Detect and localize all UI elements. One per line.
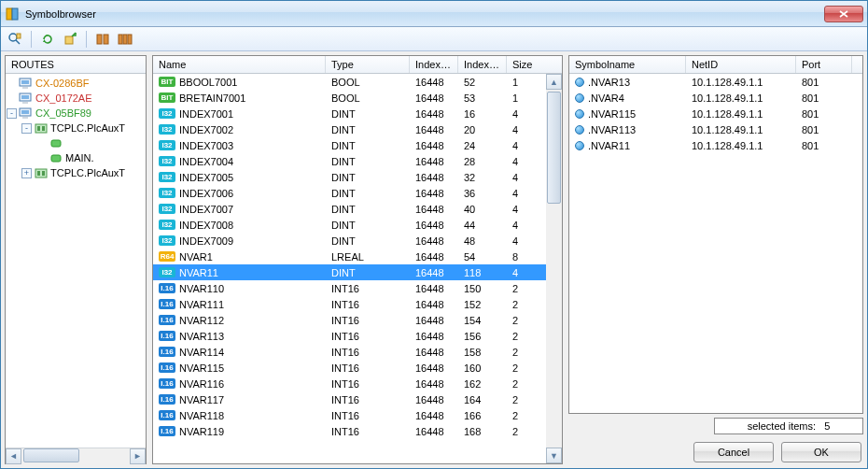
symbol-size: 4 <box>507 267 540 278</box>
table-row[interactable]: I.16NVAR119INT16164481682 <box>153 423 546 439</box>
table-row[interactable]: I32INDEX7001DINT16448164 <box>153 106 546 121</box>
table-row[interactable]: I32INDEX7004DINT16448284 <box>153 153 546 169</box>
symbol-size: 2 <box>507 426 540 437</box>
cancel-button[interactable]: Cancel <box>693 442 774 462</box>
table-row[interactable]: I.16NVAR112INT16164481542 <box>153 312 546 328</box>
symbol-index1: 16448 <box>410 347 458 358</box>
tree-item[interactable]: -CX_05BF89 <box>7 106 145 121</box>
table-row[interactable]: I32NVAR11DINT164481184 <box>153 264 546 280</box>
symbol-index1: 16448 <box>410 108 458 120</box>
symbol-index1: 16448 <box>410 315 458 326</box>
selected-row[interactable]: .NVAR11510.1.128.49.1.1801 <box>569 106 862 121</box>
scroll-up-icon[interactable]: ▲ <box>546 74 562 90</box>
symbol-name: BBOOL7001 <box>179 77 237 88</box>
col-index2[interactable]: Index-... <box>458 56 507 73</box>
toolbar-export-icon[interactable] <box>60 29 80 50</box>
table-row[interactable]: I32INDEX7006DINT16448364 <box>153 185 546 201</box>
grid-header: Name Type Index-... Index-... Size <box>153 56 562 74</box>
symbol-type: INT16 <box>326 299 410 310</box>
svg-rect-18 <box>22 102 28 104</box>
tree-item[interactable]: -TCPLC.PlcAuxT <box>7 121 145 135</box>
selected-rows[interactable]: .NVAR1310.1.128.49.1.1801.NVAR410.1.128.… <box>569 74 862 413</box>
table-row[interactable]: I.16NVAR113INT16164481562 <box>153 328 546 344</box>
symbol-type: INT16 <box>326 378 410 390</box>
svg-rect-27 <box>35 169 47 178</box>
routes-panel: ROUTES CX-0286BFCX_0172AE-CX_05BF89-TCPL… <box>5 55 147 464</box>
type-chip-icon: I32 <box>159 204 175 214</box>
symbol-type: DINT <box>326 220 410 231</box>
col-size[interactable]: Size <box>507 56 540 73</box>
symbol-index2: 32 <box>458 172 507 183</box>
table-row[interactable]: I32INDEX7007DINT16448404 <box>153 201 546 217</box>
selected-row[interactable]: .NVAR11310.1.128.49.1.1801 <box>569 121 862 137</box>
type-chip-icon: BIT <box>159 92 175 103</box>
svg-rect-29 <box>42 171 45 176</box>
col-port[interactable]: Port <box>796 56 852 73</box>
symbol-name: NVAR1 <box>179 251 213 263</box>
selected-row[interactable]: .NVAR1310.1.128.49.1.1801 <box>569 74 862 90</box>
table-row[interactable]: BITBBOOL7001BOOL16448521 <box>153 74 546 90</box>
scroll-right-icon[interactable]: ► <box>130 448 146 464</box>
table-row[interactable]: I32INDEX7003DINT16448244 <box>153 137 546 153</box>
symbol-index1: 16448 <box>410 124 458 135</box>
ok-button[interactable]: OK <box>781 442 861 462</box>
table-row[interactable]: I.16NVAR111INT16164481522 <box>153 296 546 312</box>
col-type[interactable]: Type <box>326 56 410 73</box>
col-netid[interactable]: NetID <box>686 56 796 73</box>
col-name[interactable]: Name <box>153 56 326 73</box>
symbol-type: INT16 <box>326 410 410 421</box>
scroll-left-icon[interactable]: ◄ <box>6 448 21 464</box>
selected-row[interactable]: .NVAR1110.1.128.49.1.1801 <box>569 137 862 153</box>
expand-icon[interactable]: + <box>21 168 32 178</box>
tree-item[interactable]: MAIN. <box>7 150 145 165</box>
table-row[interactable]: I.16NVAR115INT16164481602 <box>153 360 546 376</box>
svg-rect-23 <box>37 126 40 131</box>
svg-rect-11 <box>123 35 127 44</box>
col-index1[interactable]: Index-... <box>410 56 458 73</box>
toolbar-connect-icon[interactable] <box>92 29 113 50</box>
table-row[interactable]: I32INDEX7009DINT16448484 <box>153 233 546 249</box>
type-chip-icon: I32 <box>159 220 175 230</box>
symbol-name: INDEX7006 <box>179 188 233 199</box>
table-row[interactable]: I.16NVAR118INT16164481662 <box>153 407 546 423</box>
table-row[interactable]: R64NVAR1LREAL16448548 <box>153 249 546 264</box>
selected-netid: 10.1.128.49.1.1 <box>686 77 796 88</box>
tree-hscrollbar[interactable]: ◄ ► <box>6 448 146 463</box>
table-row[interactable]: I32INDEX7005DINT16448324 <box>153 169 546 185</box>
symbol-index2: 162 <box>458 378 507 390</box>
table-row[interactable]: I32INDEX7002DINT16448204 <box>153 121 546 137</box>
table-row[interactable]: I32INDEX7008DINT16448444 <box>153 217 546 233</box>
symbol-type: INT16 <box>326 331 410 342</box>
col-symbolname[interactable]: Symbolname <box>569 56 686 73</box>
symbol-index2: 168 <box>458 426 507 437</box>
tree-item[interactable]: CX_0172AE <box>7 91 145 106</box>
grid-vscrollbar[interactable]: ▲ ▼ <box>546 74 562 463</box>
table-row[interactable]: BITBRETAIN7001BOOL16448531 <box>153 90 546 106</box>
selected-row[interactable]: .NVAR410.1.128.49.1.1801 <box>569 90 862 106</box>
tree-item[interactable] <box>7 135 145 150</box>
collapse-icon[interactable]: - <box>7 108 17 119</box>
tree-item-label: CX-0286BF <box>35 78 89 89</box>
type-chip-icon: I32 <box>159 188 175 198</box>
symbol-type: INT16 <box>326 315 410 326</box>
toolbar-connect-multi-icon[interactable] <box>115 29 135 50</box>
symbol-name: NVAR116 <box>179 378 224 390</box>
tree-item[interactable]: +TCPLC.PlcAuxT <box>7 165 145 180</box>
table-row[interactable]: I.16NVAR116INT16164481622 <box>153 376 546 391</box>
symbols-grid: Name Type Index-... Index-... Size BITBB… <box>152 55 563 464</box>
toolbar-refresh-icon[interactable] <box>37 29 58 50</box>
close-button[interactable] <box>824 6 863 22</box>
body: ROUTES CX-0286BFCX_0172AE-CX_05BF89-TCPL… <box>1 51 867 468</box>
toolbar-find-icon[interactable] <box>5 29 25 50</box>
symbol-name: NVAR111 <box>179 299 224 310</box>
selected-panel: Symbolname NetID Port .NVAR1310.1.128.49… <box>568 55 863 414</box>
symbol-name: BRETAIN7001 <box>179 92 245 104</box>
collapse-icon[interactable]: - <box>21 123 32 134</box>
tree-item[interactable]: CX-0286BF <box>7 76 145 91</box>
table-row[interactable]: I.16NVAR114INT16164481582 <box>153 344 546 360</box>
table-row[interactable]: I.16NVAR117INT16164481642 <box>153 391 546 407</box>
symbol-size: 4 <box>507 124 540 135</box>
routes-tree[interactable]: CX-0286BFCX_0172AE-CX_05BF89-TCPLC.PlcAu… <box>6 74 146 448</box>
scroll-down-icon[interactable]: ▼ <box>546 448 562 463</box>
table-row[interactable]: I.16NVAR110INT16164481502 <box>153 280 546 296</box>
